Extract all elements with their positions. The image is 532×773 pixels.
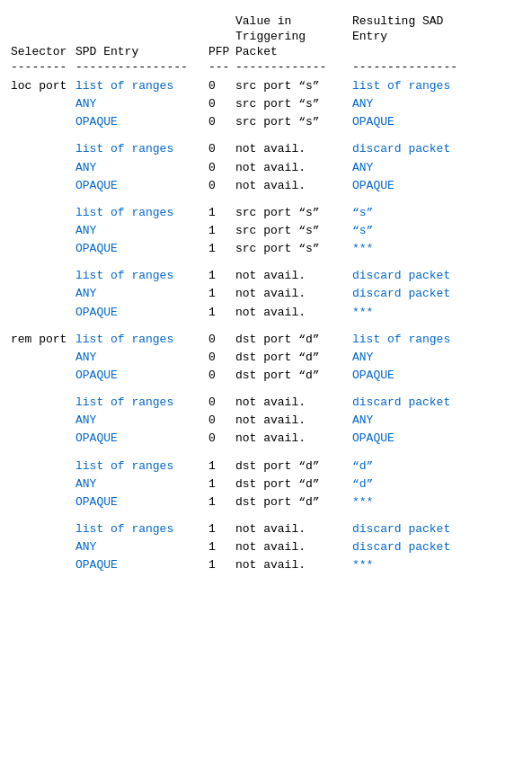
pfp-header: PFP [208,45,235,58]
cell-sad: ANY [352,349,496,367]
cell-sad: “s” [352,204,496,222]
cell-trigger: not avail. [235,538,352,556]
cell-spd: list of ranges [75,520,208,538]
cell-spd: OPAQUE [75,367,208,385]
cell-pfp: 0 [208,394,235,412]
cell-sad: list of ranges [352,331,496,349]
group-spacer [11,449,521,458]
table-row: ANY1not avail.discard packet [11,285,521,303]
cell-selector: rem port [11,331,75,349]
cell-selector [11,475,75,493]
cell-trigger: not avail. [235,285,352,303]
cell-pfp: 0 [208,349,235,367]
cell-trigger: not avail. [235,430,352,448]
sad-header-line2: Entry [352,30,496,43]
cell-pfp: 1 [208,204,235,222]
cell-pfp: 1 [208,520,235,538]
cell-trigger: src port “s” [235,222,352,240]
cell-trigger: dst port “d” [235,475,352,493]
sad-header [352,45,496,58]
cell-sad: ANY [352,159,496,177]
cell-sad: OPAQUE [352,177,496,195]
spd-header: SPD Entry [75,45,208,58]
cell-trigger: not avail. [235,159,352,177]
sad-header-line1: Resulting SAD [352,14,496,28]
group-spacer [11,195,521,204]
cell-trigger: not avail. [235,140,352,158]
cell-sad: ANY [352,95,496,113]
divider-selector: -------- [11,60,75,74]
cell-spd: list of ranges [75,140,208,158]
cell-selector [11,240,75,258]
cell-spd: ANY [75,412,208,430]
cell-trigger: not avail. [235,394,352,412]
group-spacer [11,131,521,140]
cell-trigger: not avail. [235,520,352,538]
cell-trigger: src port “s” [235,204,352,222]
cell-selector [11,113,75,131]
group-spacer [11,385,521,394]
trigger-header-line1: Value in [235,14,352,28]
cell-spd: OPAQUE [75,493,208,511]
table-row: list of ranges0not avail.discard packet [11,140,521,158]
cell-pfp: 1 [208,304,235,322]
cell-spd: OPAQUE [75,304,208,322]
cell-selector [11,493,75,511]
cell-selector [11,556,75,574]
cell-selector [11,222,75,240]
cell-sad: “d” [352,475,496,493]
table-row: ANY1src port “s”“s” [11,222,521,240]
table-row: OPAQUE1not avail.*** [11,556,521,574]
table-row: OPAQUE0not avail.OPAQUE [11,430,521,448]
cell-selector [11,177,75,195]
cell-sad: discard packet [352,285,496,303]
table-row: OPAQUE0not avail.OPAQUE [11,177,521,195]
cell-selector [11,95,75,113]
cell-spd: ANY [75,538,208,556]
table-row: loc portlist of ranges0src port “s”list … [11,77,521,95]
data-body: loc portlist of ranges0src port “s”list … [11,77,521,574]
table-row: ANY1dst port “d”“d” [11,475,521,493]
cell-pfp: 0 [208,412,235,430]
table-row: list of ranges1not avail.discard packet [11,520,521,538]
table-row: ANY1not avail.discard packet [11,538,521,556]
table-row: rem portlist of ranges0dst port “d”list … [11,331,521,349]
cell-pfp: 1 [208,267,235,285]
cell-selector [11,458,75,475]
cell-sad: discard packet [352,394,496,412]
cell-spd: OPAQUE [75,556,208,574]
cell-trigger: src port “s” [235,95,352,113]
cell-pfp: 0 [208,331,235,349]
cell-spd: ANY [75,95,208,113]
cell-trigger: src port “s” [235,113,352,131]
cell-selector [11,412,75,430]
cell-selector [11,267,75,285]
cell-sad: discard packet [352,267,496,285]
cell-spd: ANY [75,222,208,240]
main-table: Value in Resulting SAD Triggering Entry … [11,14,521,574]
table-row: ANY0not avail.ANY [11,159,521,177]
cell-spd: OPAQUE [75,430,208,448]
trigger-header-line3: Packet [235,45,352,58]
cell-selector [11,349,75,367]
cell-pfp: 1 [208,475,235,493]
cell-pfp: 0 [208,95,235,113]
cell-spd: list of ranges [75,331,208,349]
cell-sad: *** [352,556,496,574]
table-row: OPAQUE1src port “s”*** [11,240,521,258]
cell-selector [11,538,75,556]
cell-selector [11,159,75,177]
cell-trigger: src port “s” [235,240,352,258]
cell-selector [11,394,75,412]
cell-selector [11,520,75,538]
cell-trigger: src port “s” [235,77,352,95]
cell-sad: *** [352,240,496,258]
cell-sad: ANY [352,412,496,430]
cell-trigger: not avail. [235,556,352,574]
cell-spd: ANY [75,349,208,367]
cell-trigger: not avail. [235,304,352,322]
cell-pfp: 0 [208,177,235,195]
table-row: ANY0not avail.ANY [11,412,521,430]
cell-spd: list of ranges [75,394,208,412]
table-row: list of ranges1src port “s”“s” [11,204,521,222]
